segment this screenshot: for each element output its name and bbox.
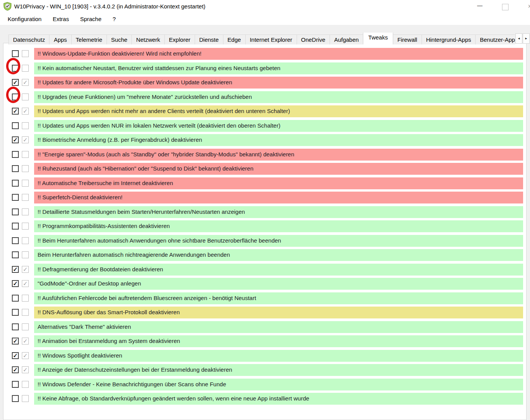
tweak-checkbox[interactable]: ✓ — [12, 108, 19, 115]
tweak-row[interactable]: ✓ ✓ !! Animation bei Erstanmeldung am Sy… — [3, 335, 523, 347]
tweak-checkbox[interactable] — [12, 323, 19, 330]
tweak-row[interactable]: ✓ ✓ !! Defragmentierung der Bootdateien … — [3, 264, 523, 276]
tab-netzwerk[interactable]: Netzwerk — [131, 34, 165, 44]
tweak-row[interactable]: Alternatives "Dark Theme" aktivieren — [3, 321, 523, 333]
tab-hintergrund-apps[interactable]: Hintergrund-Apps — [422, 34, 476, 44]
tweak-row[interactable]: ✓ ✓ !! Updates und Apps werden nicht meh… — [3, 105, 523, 117]
tweak-row-band[interactable]: !! Defragmentierung der Bootdateien deak… — [34, 264, 523, 276]
tweak-row-band[interactable]: !! Windows Spotlight deaktivieren — [34, 350, 523, 362]
tweak-row[interactable]: !! Ruhezustand (auch als "Hibernation" o… — [3, 163, 523, 175]
tweak-row-band[interactable]: "GodMode"-Ordner auf Desktop anlegen — [34, 278, 523, 290]
tweak-row-band[interactable]: !! Detaillierte Statusmeldungen beim Sta… — [34, 206, 523, 218]
menu-item-extras[interactable]: Extras — [49, 14, 73, 24]
tweak-checkbox[interactable] — [12, 208, 19, 215]
tweak-row-band[interactable]: !! Kein automatischer Neustart, Benutzer… — [34, 62, 523, 74]
tweak-row[interactable]: !! Updates und Apps werden NUR im lokale… — [3, 120, 523, 132]
tweak-checkbox[interactable] — [12, 165, 19, 172]
tweak-checkbox[interactable] — [12, 295, 19, 302]
tweak-checkbox[interactable] — [12, 122, 19, 129]
tweak-label: !! Superfetch-Dienst deaktivieren! — [34, 192, 523, 203]
tweak-row-band[interactable]: !! Ruhezustand (auch als "Hibernation" o… — [34, 163, 523, 175]
tweak-checkbox[interactable]: ✓ — [12, 366, 19, 373]
tweak-row-band[interactable]: Beim Herunterfahren automatisch nichtrea… — [34, 249, 523, 261]
tab-firewall[interactable]: Firewall — [393, 34, 422, 44]
tweak-checkbox[interactable]: ✓ — [12, 352, 19, 359]
tab-scroll-left-button[interactable]: ◄ — [515, 33, 522, 44]
tweak-row-band[interactable]: !! "Energie sparen"-Modus (auch als "Sta… — [34, 149, 523, 161]
menu-item-konfiguration[interactable]: Konfiguration — [4, 14, 45, 24]
tweak-checkbox[interactable]: ✓ — [12, 79, 19, 86]
tweak-checkbox[interactable] — [12, 223, 19, 230]
tweak-checkbox[interactable] — [12, 151, 19, 158]
tab-edge[interactable]: Edge — [223, 34, 246, 44]
tweak-row-band[interactable]: !! Updates für andere Microsoft-Produkte… — [34, 77, 523, 89]
tab-tweaks[interactable]: Tweaks — [363, 33, 393, 44]
tweak-row[interactable]: !! Kein automatischer Neustart, Benutzer… — [3, 62, 523, 74]
tab-onedrive[interactable]: OneDrive — [297, 34, 330, 44]
tweak-row[interactable]: ✓ ✓ !! Updates für andere Microsoft-Prod… — [3, 77, 523, 89]
tweak-label: !! Updates und Apps werden nicht mehr an… — [34, 105, 523, 117]
tweak-row[interactable]: !! Ausführlichen Fehlercode bei auftrete… — [3, 292, 523, 304]
tweak-checkbox[interactable]: ✓ — [12, 136, 19, 143]
tab-telemetrie[interactable]: Telemetrie — [71, 34, 107, 44]
menu-item-sprache[interactable]: Sprache — [76, 14, 105, 24]
tweak-row[interactable]: !! Detaillierte Statusmeldungen beim Sta… — [3, 206, 523, 218]
tweak-checkbox[interactable] — [12, 237, 19, 244]
tweak-row[interactable]: !! DNS-Auflösung über das Smart-Protokol… — [3, 307, 523, 318]
tweak-row[interactable]: !! Keine Abfrage, ob Standardverknüpfung… — [3, 393, 523, 405]
tweak-checkbox[interactable] — [12, 194, 19, 201]
menu-item-help[interactable]: ? — [109, 14, 120, 24]
tab-aufgaben[interactable]: Aufgaben — [330, 34, 363, 44]
tweak-row-band[interactable]: !! Biometrische Anmeldung (z.B. per Fing… — [34, 134, 523, 146]
tweak-checkbox[interactable] — [12, 50, 19, 57]
tweak-checkbox[interactable] — [12, 395, 19, 402]
tweak-row-band[interactable]: !! Animation bei Erstanmeldung am System… — [34, 335, 523, 347]
minimize-button[interactable]: — — [471, 0, 488, 12]
tweak-row-band[interactable]: !! Automatische Treibersuche im Internet… — [34, 177, 523, 189]
tweak-row-band[interactable]: !! Keine Abfrage, ob Standardverknüpfung… — [34, 393, 523, 405]
tab-suche[interactable]: Suche — [107, 34, 132, 44]
tweak-row[interactable]: !! Windows Defender - Keine Benachrichti… — [3, 379, 523, 390]
tweak-row[interactable]: !! Beim Herunterfahren automatisch Anwen… — [3, 235, 523, 247]
tweak-row-band[interactable]: !! Superfetch-Dienst deaktivieren! — [34, 192, 523, 203]
tweak-row[interactable]: !! Automatische Treibersuche im Internet… — [3, 177, 523, 189]
tab-internet-explorer[interactable]: Internet Explorer — [245, 34, 297, 44]
tweak-checkbox[interactable] — [12, 180, 19, 187]
tweak-row-band[interactable]: !! Beim Herunterfahren automatisch Anwen… — [34, 235, 523, 247]
tab-explorer[interactable]: Explorer — [164, 34, 195, 44]
tweak-row-band[interactable]: !! Upgrades (neue Funktionen) um "mehrer… — [34, 91, 523, 103]
close-button[interactable]: ✕ — [528, 3, 530, 10]
tweak-row-band[interactable]: !! Ausführlichen Fehlercode bei auftrete… — [34, 292, 523, 304]
tweak-checkbox[interactable] — [12, 309, 19, 316]
tweak-row[interactable]: ✓ ✓ !! Windows Spotlight deaktivieren — [3, 350, 523, 362]
tweak-row[interactable]: !! Windows-Update-Funktion deaktivieren!… — [3, 48, 523, 60]
tab-benutzer-app[interactable]: Benutzer-App — [475, 34, 515, 44]
tweak-row-band[interactable]: !! Windows Defender - Keine Benachrichti… — [34, 379, 523, 390]
tweak-checkbox[interactable]: ✓ — [12, 338, 19, 345]
tweak-checkbox[interactable]: ✓ — [12, 280, 19, 287]
tweak-checkbox[interactable] — [12, 251, 19, 258]
tweak-row-band[interactable]: !! Windows-Update-Funktion deaktivieren!… — [34, 48, 523, 60]
tweak-row[interactable]: Beim Herunterfahren automatisch nichtrea… — [3, 249, 523, 261]
tweak-row[interactable]: !! "Energie sparen"-Modus (auch als "Sta… — [3, 149, 523, 161]
tweak-row-band[interactable]: !! Updates und Apps werden NUR im lokale… — [34, 120, 523, 132]
tweak-row-band[interactable]: !! Programmkompatibilitäts-Assistenten d… — [34, 220, 523, 232]
tweak-row[interactable]: !! Programmkompatibilitäts-Assistenten d… — [3, 220, 523, 232]
tweak-row[interactable]: ✓ ✓ !! Anzeige der Datenschutzeinstellun… — [3, 364, 523, 376]
tab-scroll-right-button[interactable]: ► — [523, 33, 530, 44]
tweak-row-band[interactable]: !! DNS-Auflösung über das Smart-Protokol… — [34, 307, 523, 318]
tweak-checkbox[interactable] — [12, 381, 19, 388]
tweak-row-band[interactable]: !! Anzeige der Datenschutzeinstellungen … — [34, 364, 523, 376]
tweak-row-band[interactable]: !! Updates und Apps werden nicht mehr an… — [34, 105, 523, 117]
tab-apps[interactable]: Apps — [49, 34, 71, 44]
tweak-row-band[interactable]: Alternatives "Dark Theme" aktivieren — [34, 321, 523, 333]
tab-datenschutz[interactable]: Datenschutz — [8, 34, 49, 44]
tweak-checkbox[interactable]: ✓ — [12, 266, 19, 273]
tweak-row[interactable]: ✓ ✓ !! Biometrische Anmeldung (z.B. per … — [3, 134, 523, 146]
tweak-state-checkbox — [22, 94, 29, 100]
tab-dienste[interactable]: Dienste — [195, 34, 223, 44]
tweak-row[interactable]: !! Upgrades (neue Funktionen) um "mehrer… — [3, 91, 523, 103]
tweak-row[interactable]: ✓ ✓ "GodMode"-Ordner auf Desktop anlegen — [3, 278, 523, 290]
tweak-row[interactable]: !! Superfetch-Dienst deaktivieren! — [3, 192, 523, 203]
maximize-button[interactable] — [502, 4, 509, 10]
